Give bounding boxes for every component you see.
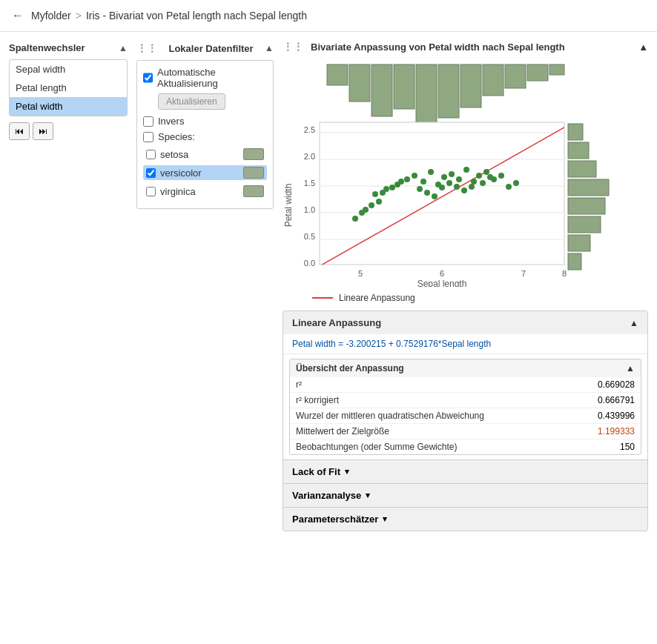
svg-text:2.5: 2.5 bbox=[304, 125, 315, 134]
stats-row-r2: r² 0.669028 bbox=[290, 377, 641, 393]
ubersicht-chevron[interactable]: ▲ bbox=[626, 363, 635, 374]
svg-rect-16 bbox=[568, 198, 605, 214]
svg-point-69 bbox=[480, 180, 486, 186]
svg-rect-13 bbox=[568, 142, 589, 159]
svg-rect-1 bbox=[327, 64, 348, 85]
svg-point-48 bbox=[404, 176, 410, 182]
varianzanalyse-label: Varianzanalyse bbox=[292, 490, 361, 501]
right-panel: ⋮⋮ Bivariate Anpassung von Petal width n… bbox=[283, 41, 648, 537]
svg-rect-14 bbox=[568, 161, 596, 177]
parameterschatzer-label: Parameterschätzer bbox=[292, 514, 378, 525]
svg-rect-3 bbox=[372, 64, 392, 116]
r2-label: r² bbox=[296, 379, 302, 390]
r2-korrigiert-value: 0.666791 bbox=[598, 395, 635, 405]
svg-point-50 bbox=[420, 179, 426, 185]
svg-text:8: 8 bbox=[562, 269, 567, 278]
svg-rect-15 bbox=[568, 179, 609, 196]
svg-text:5: 5 bbox=[358, 269, 363, 278]
svg-rect-5 bbox=[416, 64, 437, 124]
formula-row: Petal width = -3.200215 + 0.7529176*Sepa… bbox=[283, 334, 647, 354]
legend-line bbox=[312, 297, 333, 299]
lineare-anpassung-chevron[interactable]: ▲ bbox=[630, 318, 638, 328]
svg-text:0.5: 0.5 bbox=[304, 232, 315, 241]
svg-point-39 bbox=[376, 199, 382, 205]
svg-point-53 bbox=[441, 174, 447, 180]
svg-point-38 bbox=[369, 202, 374, 208]
svg-point-57 bbox=[471, 179, 477, 185]
lokaler-datenfilter-panel: ⋮⋮ Lokaler Datenfilter ▲ Automatische Ak… bbox=[136, 41, 274, 209]
svg-text:7: 7 bbox=[521, 269, 526, 278]
breadcrumb-folder[interactable]: Myfolder bbox=[31, 10, 71, 21]
chart-chevron[interactable]: ▲ bbox=[638, 42, 648, 53]
svg-point-41 bbox=[363, 207, 369, 213]
setosa-checkbox[interactable] bbox=[146, 150, 156, 159]
chart-panel-header: ⋮⋮ Bivariate Anpassung von Petal width n… bbox=[283, 41, 648, 53]
svg-point-70 bbox=[491, 176, 497, 182]
svg-point-64 bbox=[439, 185, 445, 190]
svg-point-62 bbox=[424, 190, 430, 196]
species-item-setosa[interactable]: setosa bbox=[143, 147, 267, 162]
svg-rect-2 bbox=[349, 64, 370, 102]
species-label: Species: bbox=[158, 131, 195, 142]
col-item-petal-length[interactable]: Petal length bbox=[10, 79, 127, 97]
svg-point-68 bbox=[469, 184, 475, 190]
svg-text:0.0: 0.0 bbox=[304, 259, 315, 268]
beobachtungen-label: Beobachtungen (oder Summe Gewichte) bbox=[296, 442, 457, 452]
ubersicht-header[interactable]: Übersicht der Anpassung ▲ bbox=[290, 359, 641, 377]
svg-point-54 bbox=[449, 171, 455, 177]
svg-point-63 bbox=[432, 193, 438, 199]
chart-title: Bivariate Anpassung von Petal width nach… bbox=[311, 42, 565, 53]
spaltenwechsler-chevron[interactable]: ▲ bbox=[119, 43, 128, 53]
svg-point-59 bbox=[483, 169, 489, 175]
nav-buttons: ⏮ ⏭ bbox=[9, 122, 128, 140]
invers-checkbox[interactable] bbox=[143, 116, 153, 127]
lokaler-datenfilter-header: ⋮⋮ Lokaler Datenfilter ▲ bbox=[136, 41, 274, 56]
filter-chevron[interactable]: ▲ bbox=[265, 43, 274, 53]
versicolor-checkbox[interactable] bbox=[146, 168, 156, 178]
breadcrumb: ← Myfolder > Iris - Bivariat von Petal l… bbox=[0, 0, 657, 32]
svg-rect-18 bbox=[568, 235, 590, 251]
svg-rect-19 bbox=[568, 253, 581, 270]
back-button[interactable]: ← bbox=[12, 9, 24, 22]
r2-korrigiert-label: r² korrigiert bbox=[296, 395, 339, 405]
mittelwert-value: 1.199333 bbox=[598, 426, 635, 436]
stats-row-r2-korrigiert: r² korrigiert 0.666791 bbox=[290, 393, 641, 408]
species-item-virginica[interactable]: virginica bbox=[143, 184, 267, 199]
drag-icon: ⋮⋮ bbox=[136, 42, 157, 54]
auto-aktualisierung-checkbox[interactable] bbox=[143, 73, 153, 83]
lack-of-fit-button[interactable]: Lack of Fit ▾ bbox=[283, 459, 647, 483]
spaltenwechsler-panel: Spaltenwechsler ▲ Sepal width Petal leng… bbox=[9, 41, 128, 140]
svg-rect-11 bbox=[549, 64, 564, 75]
svg-text:Sepal length: Sepal length bbox=[417, 279, 467, 287]
chart-drag-icon: ⋮⋮ bbox=[283, 41, 303, 53]
nav-prev-button[interactable]: ⏮ bbox=[9, 122, 30, 140]
aktualisieren-button[interactable]: Aktualisieren bbox=[158, 93, 225, 110]
setosa-label: setosa bbox=[160, 149, 188, 160]
setosa-color bbox=[243, 148, 264, 160]
col-item-sepal-width[interactable]: Sepal width bbox=[10, 60, 127, 79]
species-item-versicolor[interactable]: versicolor bbox=[143, 165, 267, 180]
stats-row-wurzel: Wurzel der mittleren quadratischen Abwei… bbox=[290, 408, 641, 424]
svg-text:Petal width: Petal width bbox=[283, 184, 294, 228]
varianzanalyse-button[interactable]: Varianzanalyse ▾ bbox=[283, 483, 647, 507]
column-list: Sepal width Petal length Petal width bbox=[9, 59, 128, 116]
breadcrumb-sep: > bbox=[76, 10, 82, 21]
spaltenwechsler-title: Spaltenwechsler bbox=[9, 42, 85, 53]
species-header-row: Species: bbox=[143, 131, 267, 142]
svg-point-56 bbox=[463, 167, 469, 173]
virginica-checkbox[interactable] bbox=[146, 187, 156, 196]
svg-rect-17 bbox=[568, 216, 601, 233]
svg-point-46 bbox=[389, 185, 395, 190]
auto-aktualisierung-label: Automatische Aktualisierung bbox=[157, 67, 267, 89]
virginica-color bbox=[243, 185, 264, 197]
parameterschatzer-button[interactable]: Parameterschätzer ▾ bbox=[283, 507, 647, 531]
lineare-anpassung-header[interactable]: Lineare Anpassung ▲ bbox=[283, 311, 647, 334]
ubersicht-title: Übersicht der Anpassung bbox=[296, 363, 404, 374]
species-section: Species: setosa versicolor virginica bbox=[143, 131, 267, 199]
stats-table: r² 0.669028 r² korrigiert 0.666791 Wurze… bbox=[290, 377, 641, 454]
nav-next-button[interactable]: ⏭ bbox=[33, 122, 53, 140]
parameterschatzer-chevron: ▾ bbox=[383, 514, 387, 524]
svg-point-61 bbox=[417, 186, 423, 192]
species-header-checkbox[interactable] bbox=[143, 132, 153, 142]
col-item-petal-width[interactable]: Petal width bbox=[10, 97, 127, 116]
